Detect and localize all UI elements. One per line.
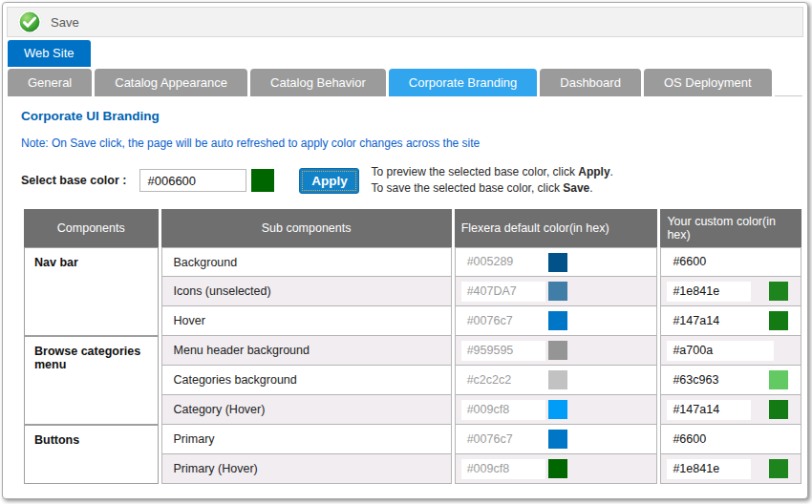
header-default-color: Flexera default color(in hex) bbox=[455, 209, 658, 247]
header-components: Components bbox=[24, 209, 159, 247]
custom-color-cell: #a700a bbox=[660, 336, 801, 366]
tab-corporate-branding[interactable]: Corporate Branding bbox=[389, 69, 537, 96]
custom-color-swatch bbox=[769, 311, 788, 330]
subcomponent-cell: Icons (unselected) bbox=[161, 277, 452, 306]
table-row: ButtonsPrimary#0076c7#6600 bbox=[24, 425, 801, 454]
default-hex-input[interactable]: #c2c2c2 bbox=[461, 370, 545, 390]
default-color-cell: #0076c7 bbox=[455, 306, 658, 336]
custom-hex-input[interactable]: #63c963 bbox=[667, 370, 751, 390]
default-color-cell: #005289 bbox=[455, 247, 658, 277]
default-color-cell: #009cf8 bbox=[455, 395, 658, 425]
header-custom-color: Your custom color(in hex) bbox=[660, 209, 801, 247]
component-cell: Browse categories menu bbox=[24, 336, 159, 425]
branding-table: Components Sub components Flexera defaul… bbox=[21, 209, 804, 484]
subcomponent-cell: Menu header background bbox=[161, 336, 452, 366]
default-color-cell: #c2c2c2 bbox=[455, 366, 658, 395]
custom-color-cell: #6600 bbox=[660, 247, 801, 277]
default-color-swatch bbox=[548, 311, 567, 330]
default-hex-input[interactable]: #0076c7 bbox=[461, 311, 545, 331]
default-color-swatch bbox=[548, 430, 567, 449]
instructions-block: To preview the selected base color, clic… bbox=[371, 164, 612, 197]
save-button[interactable]: Save bbox=[8, 8, 93, 36]
tab-os-deployment[interactable]: OS Deployment bbox=[644, 69, 772, 96]
custom-color-cell: #1e841e bbox=[660, 277, 801, 306]
page-title: Corporate UI Branding bbox=[21, 109, 807, 123]
base-color-input[interactable] bbox=[139, 169, 246, 192]
custom-hex-input[interactable]: #1e841e bbox=[667, 459, 751, 479]
apply-button[interactable]: Apply bbox=[299, 168, 359, 194]
tab-general[interactable]: General bbox=[8, 69, 92, 96]
default-hex-input[interactable]: #407DA7 bbox=[461, 282, 545, 302]
custom-hex-input[interactable]: #1e841e bbox=[667, 282, 751, 302]
component-cell: Buttons bbox=[24, 425, 159, 484]
base-color-label: Select base color : bbox=[21, 174, 126, 187]
default-color-swatch bbox=[548, 370, 567, 389]
subcomponent-cell: Category (Hover) bbox=[161, 395, 452, 425]
custom-color-swatch bbox=[769, 459, 788, 478]
note-text: Note: On Save click, the page will be au… bbox=[21, 136, 807, 150]
main-content: Corporate UI Branding Note: On Save clic… bbox=[3, 96, 807, 484]
default-hex-input[interactable]: #005289 bbox=[461, 252, 545, 272]
base-color-swatch bbox=[251, 169, 274, 192]
table-row: Nav barBackground#005289#6600 bbox=[24, 247, 801, 277]
custom-hex-input[interactable]: #a700a bbox=[667, 341, 774, 361]
default-color-swatch bbox=[548, 282, 567, 301]
default-color-cell: #009cf8 bbox=[455, 454, 658, 484]
custom-color-swatch bbox=[769, 370, 788, 389]
instruction-line-2: To save the selected base color, click S… bbox=[371, 180, 612, 197]
default-color-swatch bbox=[548, 253, 567, 272]
default-hex-input[interactable]: #009cf8 bbox=[461, 459, 545, 479]
table-row: Browse categories menuMenu header backgr… bbox=[24, 336, 801, 366]
branding-table-body: Nav barBackground#005289#6600Icons (unse… bbox=[24, 247, 801, 484]
custom-color-cell: #147a14 bbox=[660, 306, 801, 336]
default-hex-input[interactable]: #959595 bbox=[461, 341, 545, 361]
branding-table-header: Components Sub components Flexera defaul… bbox=[24, 209, 801, 247]
save-button-label: Save bbox=[51, 15, 79, 30]
tab-web-site[interactable]: Web Site bbox=[8, 40, 91, 67]
custom-color-cell: #147a14 bbox=[660, 395, 801, 425]
subcomponent-cell: Hover bbox=[161, 306, 452, 336]
subcomponent-cell: Categories background bbox=[161, 366, 452, 395]
site-tab-row: Web Site bbox=[8, 40, 807, 67]
tab-dashboard[interactable]: Dashboard bbox=[540, 69, 641, 96]
custom-color-cell: #6600 bbox=[660, 425, 801, 454]
custom-color-cell: #1e841e bbox=[660, 454, 801, 484]
component-cell: Nav bar bbox=[24, 247, 159, 336]
tab-strip: GeneralCatalog AppearanceCatalog Behavio… bbox=[8, 67, 807, 96]
custom-color-swatch bbox=[769, 400, 788, 419]
default-color-swatch bbox=[548, 341, 567, 360]
custom-hex-input[interactable]: #6600 bbox=[667, 252, 774, 272]
tab-catalog-appearance[interactable]: Catalog Appearance bbox=[95, 69, 247, 96]
subcomponent-cell: Primary bbox=[161, 425, 452, 454]
custom-color-swatch bbox=[769, 282, 788, 301]
subcomponent-cell: Primary (Hover) bbox=[161, 454, 452, 484]
default-color-cell: #959595 bbox=[455, 336, 658, 366]
tab-strip-baseline bbox=[775, 95, 802, 96]
default-color-cell: #407DA7 bbox=[455, 277, 658, 306]
toolbar: Save bbox=[7, 7, 803, 37]
default-color-swatch bbox=[548, 400, 567, 419]
instruction-line-1: To preview the selected base color, clic… bbox=[371, 164, 612, 180]
custom-hex-input[interactable]: #147a14 bbox=[667, 311, 751, 331]
default-hex-input[interactable]: #009cf8 bbox=[461, 400, 545, 420]
base-color-row: Select base color : Apply To preview the… bbox=[21, 164, 807, 197]
header-subcomponents: Sub components bbox=[161, 209, 452, 247]
tab-catalog-behavior[interactable]: Catalog Behavior bbox=[250, 69, 386, 96]
custom-hex-input[interactable]: #6600 bbox=[667, 430, 774, 450]
default-hex-input[interactable]: #0076c7 bbox=[461, 430, 545, 450]
default-color-cell: #0076c7 bbox=[455, 425, 658, 454]
custom-hex-input[interactable]: #147a14 bbox=[667, 400, 751, 420]
app-window: Save Web Site GeneralCatalog AppearanceC… bbox=[2, 2, 808, 499]
save-check-icon bbox=[17, 10, 42, 34]
subcomponent-cell: Background bbox=[161, 247, 452, 277]
custom-color-cell: #63c963 bbox=[660, 366, 801, 395]
default-color-swatch bbox=[548, 459, 567, 478]
